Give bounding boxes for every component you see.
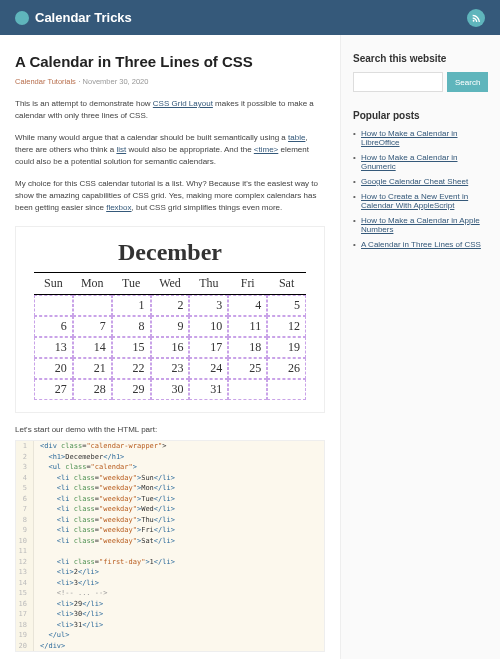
calendar-cell: 29	[112, 379, 151, 400]
calendar-cell: 7	[73, 316, 112, 337]
popular-link[interactable]: How to Make a Calendar in Gnumeric	[361, 153, 458, 171]
calendar-cell: 3	[189, 295, 228, 316]
weekday-header: Tue	[112, 272, 151, 294]
popular-title: Popular posts	[353, 110, 488, 121]
calendar-demo: December SunMonTueWedThuFriSat..12345678…	[15, 226, 325, 413]
weekday-header: Fri	[228, 272, 267, 294]
popular-item: How to Make a Calendar in Gnumeric	[353, 153, 488, 171]
paragraph: While many would argue that a calendar s…	[15, 132, 325, 168]
weekday-header: Sun	[34, 272, 73, 294]
calendar-cell: 5	[267, 295, 306, 316]
calendar-cell: 17	[189, 337, 228, 358]
weekday-header: Sat	[267, 272, 306, 294]
link-list[interactable]: list	[116, 145, 126, 154]
popular-item: How to Make a Calendar in LibreOffice	[353, 129, 488, 147]
calendar-cell: 10	[189, 316, 228, 337]
link-table[interactable]: table	[288, 133, 305, 142]
calendar-cell: 23	[151, 358, 190, 379]
calendar-cell: 4	[228, 295, 267, 316]
calendar-cell: 2	[151, 295, 190, 316]
calendar-cell: 25	[228, 358, 267, 379]
paragraph: This is an attempt to demonstrate how CS…	[15, 98, 325, 122]
weekday-header: Mon	[73, 272, 112, 294]
calendar-cell: 20	[34, 358, 73, 379]
link-flexbox[interactable]: flexbox	[106, 203, 131, 212]
weekday-header: Thu	[189, 272, 228, 294]
article-meta: Calendar Tutorials · November 30, 2020	[15, 76, 325, 86]
logo-icon	[15, 11, 29, 25]
calendar-cell: 16	[151, 337, 190, 358]
popular-link[interactable]: How to Make a Calendar in LibreOffice	[361, 129, 458, 147]
search-input[interactable]	[353, 72, 443, 92]
calendar-cell: 28	[73, 379, 112, 400]
code-block: 1<div class="calendar-wrapper">2 <h1>Dec…	[15, 440, 325, 652]
popular-section: Popular posts How to Make a Calendar in …	[341, 110, 488, 249]
article-title: A Calendar in Three Lines of CSS	[15, 53, 325, 70]
calendar-cell: 12	[267, 316, 306, 337]
calendar-cell: .	[73, 295, 112, 316]
calendar-cell: 15	[112, 337, 151, 358]
calendar-grid: SunMonTueWedThuFriSat..12345678910111213…	[34, 272, 306, 400]
site-name: Calendar Tricks	[35, 10, 132, 25]
link-css-grid[interactable]: CSS Grid Layout	[153, 99, 213, 108]
popular-link[interactable]: How to Create a New Event in Calendar Wi…	[361, 192, 468, 210]
calendar-cell: 11	[228, 316, 267, 337]
calendar-cell: 9	[151, 316, 190, 337]
calendar-cell: 13	[34, 337, 73, 358]
calendar-cell: .	[34, 295, 73, 316]
popular-list: How to Make a Calendar in LibreOfficeHow…	[353, 129, 488, 249]
calendar-cell: 31	[189, 379, 228, 400]
calendar-cell: 21	[73, 358, 112, 379]
demo-label: Let's start our demo with the HTML part:	[15, 425, 325, 434]
search-title: Search this website	[353, 53, 488, 64]
rss-icon[interactable]	[467, 9, 485, 27]
popular-link[interactable]: Google Calendar Cheat Sheet	[361, 177, 468, 186]
search-section: Search this website Search	[341, 53, 488, 92]
calendar-month: December	[34, 239, 306, 266]
calendar-cell: 1	[112, 295, 151, 316]
article-date: November 30, 2020	[83, 77, 149, 86]
paragraph: My choice for this CSS calendar tutorial…	[15, 178, 325, 214]
popular-item: Google Calendar Cheat Sheet	[353, 177, 488, 186]
calendar-cell: .	[228, 379, 267, 400]
article-main: A Calendar in Three Lines of CSS Calenda…	[0, 35, 340, 659]
sidebar: Search this website Search Popular posts…	[340, 35, 500, 659]
popular-item: How to Make a Calendar in Apple Numbers	[353, 216, 488, 234]
site-header: Calendar Tricks	[0, 0, 500, 35]
calendar-cell: 19	[267, 337, 306, 358]
popular-link[interactable]: A Calendar in Three Lines of CSS	[361, 240, 481, 249]
calendar-cell: 26	[267, 358, 306, 379]
weekday-header: Wed	[151, 272, 190, 294]
logo[interactable]: Calendar Tricks	[15, 10, 132, 25]
calendar-cell: .	[267, 379, 306, 400]
category-link[interactable]: Calendar Tutorials	[15, 77, 76, 86]
calendar-cell: 22	[112, 358, 151, 379]
popular-item: A Calendar in Three Lines of CSS	[353, 240, 488, 249]
calendar-cell: 14	[73, 337, 112, 358]
calendar-cell: 18	[228, 337, 267, 358]
search-button[interactable]: Search	[447, 72, 488, 92]
popular-item: How to Create a New Event in Calendar Wi…	[353, 192, 488, 210]
calendar-cell: 24	[189, 358, 228, 379]
calendar-cell: 6	[34, 316, 73, 337]
calendar-cell: 27	[34, 379, 73, 400]
link-time[interactable]: <time>	[254, 145, 278, 154]
calendar-cell: 30	[151, 379, 190, 400]
calendar-cell: 8	[112, 316, 151, 337]
popular-link[interactable]: How to Make a Calendar in Apple Numbers	[361, 216, 480, 234]
